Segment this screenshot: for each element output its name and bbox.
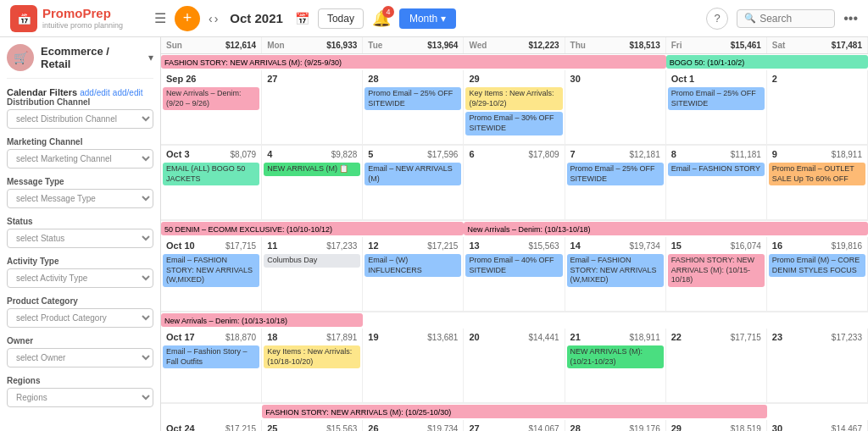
cal-cell[interactable]: 15$16,074FASHION STORY: NEW ARRIVALS (M)… <box>666 237 767 312</box>
cal-cell[interactable]: Oct 1Promo Email – 25% OFF SITEWIDE <box>666 70 767 145</box>
filters-link[interactable]: add/edit <box>80 88 110 97</box>
calendar-event[interactable]: New Arrivals – Denim: (9/20 – 9/26) <box>163 87 259 110</box>
calendar-event[interactable]: Columbus Day <box>264 254 360 268</box>
calendar-event[interactable]: Promo Email – 25% OFF SITEWIDE <box>567 163 664 185</box>
cal-cell[interactable]: 30 <box>565 70 666 145</box>
search-input[interactable] <box>760 13 827 25</box>
cal-cell[interactable]: 4$9,828NEW ARRIVALS (M) 📋 <box>262 146 363 220</box>
cal-cell[interactable]: 23$17,233 <box>767 329 868 403</box>
calendar-event[interactable]: FASHION STORY: NEW ARRIVALS (M): (10/15-… <box>668 254 765 287</box>
cell-date: 29 <box>469 74 479 84</box>
prev-month-button[interactable]: ‹ <box>209 12 213 25</box>
cell-header: 2 <box>769 72 865 86</box>
span-event-wrapper[interactable]: FASHION STORY: NEW ARRIVALS (M): (10/25-… <box>262 404 767 419</box>
cal-cell[interactable]: 9$18,911Promo Email – OUTLET SALE Up To … <box>767 146 868 220</box>
filter-select[interactable]: Regions <box>7 388 153 407</box>
cal-cell[interactable]: 14$19,734Email – FASHION STORY: NEW ARRI… <box>565 237 666 312</box>
cal-cell[interactable]: Oct 10$17,715Email – FASHION STORY: NEW … <box>161 237 262 312</box>
calendar-event[interactable]: Key Items : New Arrivals: (9/29-10/2) <box>465 87 562 110</box>
cal-cell[interactable]: 30$14,467 <box>767 420 868 431</box>
search-icon: 🔍 <box>744 13 756 24</box>
today-button[interactable]: Today <box>318 8 364 29</box>
month-view-button[interactable]: Month ▾ <box>399 8 456 29</box>
chevron-down-icon[interactable]: ▾ <box>148 52 153 64</box>
filter-select[interactable]: select Message Type <box>7 189 153 208</box>
calendar-event[interactable]: NEW ARRIVALS (M): (10/21-10/23) <box>567 345 664 368</box>
cal-cell[interactable]: 8$11,181Email – FASHION STORY <box>666 146 767 220</box>
calendar-event[interactable]: Promo Email – 40% OFF SITEWIDE <box>465 254 562 277</box>
cal-cell[interactable]: Oct 17$18,870Email – Fashion Story – Fal… <box>161 329 262 403</box>
more-options-button[interactable]: ••• <box>843 11 858 26</box>
cal-cell[interactable]: 22$17,715 <box>666 329 767 403</box>
cal-cell[interactable]: 7$12,181Promo Email – 25% OFF SITEWIDE <box>565 146 666 220</box>
calendar-event[interactable]: Promo Email – OUTLET SALE Up To 60% OFF <box>769 163 865 185</box>
span-event-wrapper[interactable]: 50 DENIM – ECOMM EXCLUSIVE: (10/10-10/12… <box>161 221 464 236</box>
cal-cell[interactable]: 29Key Items : New Arrivals: (9/29-10/2)P… <box>464 70 565 145</box>
cal-cell[interactable]: 12$17,215Email – (W) INFLUENCERS <box>363 237 464 312</box>
cal-cell[interactable]: 26$19,734 <box>363 420 464 431</box>
cal-cell[interactable]: 13$15,563Promo Email – 40% OFF SITEWIDE <box>464 237 565 312</box>
calendar-event[interactable]: Promo Email (M) – CORE DENIM STYLES FOCU… <box>769 254 865 277</box>
add-button[interactable]: + <box>175 6 200 31</box>
cal-cell[interactable]: Oct 24$17,215Promo Email – 25% <box>161 420 262 431</box>
calendar-event[interactable]: Email – FASHION STORY <box>668 163 765 176</box>
filters-add-edit[interactable]: add/edit <box>113 88 143 97</box>
cell-date: 27 <box>469 423 479 431</box>
filter-select[interactable]: select Activity Type <box>7 268 153 288</box>
calendar-event[interactable]: Promo Email – 30% OFF SITEWIDE <box>465 112 562 135</box>
calendar-icon[interactable]: 📅 <box>295 12 309 25</box>
filter-select[interactable]: select Owner <box>7 348 153 367</box>
calendar-event[interactable]: Key Items : New Arrivals: (10/18-10/20) <box>264 345 360 368</box>
calendar-event[interactable]: Email – (W) INFLUENCERS <box>364 254 461 277</box>
cal-cell[interactable]: 18$17,891Key Items : New Arrivals: (10/1… <box>262 329 363 403</box>
cal-cell[interactable]: 5$17,596Email – NEW ARRIVALS (M) <box>363 146 464 220</box>
span-event-wrapper[interactable]: FASHION STORY: NEW ARRIVALS (M): (9/25-9… <box>161 54 666 69</box>
cell-header: 15$16,074 <box>668 239 765 252</box>
notification-button[interactable]: 🔔4 <box>372 9 391 28</box>
next-month-button[interactable]: › <box>214 12 219 25</box>
cal-cell[interactable]: 27$14,067 <box>464 420 565 431</box>
cal-cell[interactable]: 28$19,176 <box>565 420 666 431</box>
cell-date: 9 <box>772 149 777 159</box>
span-event-wrapper[interactable]: New Arrivals – Denim: (10/13-10/18) <box>161 312 363 328</box>
cal-cell[interactable]: 21$18,911NEW ARRIVALS (M): (10/21-10/23) <box>565 329 666 403</box>
span-event-wrapper[interactable]: New Arrivals – Denim: (10/13-10/18) <box>464 221 868 236</box>
calendar-event[interactable]: Email – FASHION STORY: NEW ARRIVALS (W,M… <box>163 254 259 287</box>
cal-cell[interactable]: 19$13,681 <box>363 329 464 403</box>
cell-date: 19 <box>368 332 378 342</box>
calendar-event[interactable]: Promo Email – 25% OFF SITEWIDE <box>364 87 461 110</box>
filter-select[interactable]: select Distribution Channel <box>7 109 153 129</box>
span-events-row-2: 50 DENIM – ECOMM EXCLUSIVE: (10/10-10/12… <box>161 221 868 236</box>
filter-select[interactable]: select Marketing Channel <box>7 149 153 169</box>
cell-header: 30 <box>567 72 664 86</box>
calendar-event[interactable]: NEW ARRIVALS (M) 📋 <box>264 163 360 176</box>
cal-cell[interactable]: 28Promo Email – 25% OFF SITEWIDE <box>363 70 464 145</box>
cal-cell[interactable]: 29$18,519 <box>666 420 767 431</box>
calendar-week-2: 50 DENIM – ECOMM EXCLUSIVE: (10/10-10/12… <box>161 221 868 312</box>
span-event-wrapper[interactable]: BOGO 50: (10/1-10/2) <box>666 54 868 69</box>
calendar-event[interactable]: Email – NEW ARRIVALS (M) <box>364 163 461 185</box>
hamburger-button[interactable]: ☰ <box>154 10 166 26</box>
logo-subtitle: intuitive promo planning <box>42 21 123 30</box>
calendar-event[interactable]: EMAIL (ALL) BOGO 50 JACKETS <box>163 163 259 185</box>
day-name: Mon <box>267 41 285 50</box>
cell-date: 6 <box>469 149 474 159</box>
cal-cell[interactable]: 11$17,233Columbus Day <box>262 237 363 312</box>
calendar-event[interactable]: Email – Fashion Story – Fall Outfits <box>163 345 259 368</box>
cal-cell[interactable]: 6$17,809 <box>464 146 565 220</box>
filter-select[interactable]: select Status <box>7 229 153 248</box>
cal-cell[interactable]: 27 <box>262 70 363 145</box>
cal-cell[interactable]: Oct 3$8,079EMAIL (ALL) BOGO 50 JACKETS <box>161 146 262 220</box>
cal-cell[interactable]: 2 <box>767 70 868 145</box>
cal-cell[interactable]: 16$19,816Promo Email (M) – CORE DENIM ST… <box>767 237 868 312</box>
cal-cell[interactable]: 20$14,441 <box>464 329 565 403</box>
help-button[interactable]: ? <box>706 8 728 30</box>
calendar-event[interactable]: Promo Email – 25% OFF SITEWIDE <box>668 87 765 110</box>
filter-select[interactable]: select Product Category <box>7 308 153 328</box>
cal-cell[interactable]: Sep 26New Arrivals – Denim: (9/20 – 9/26… <box>161 70 262 145</box>
cell-header: Oct 17$18,870 <box>163 330 259 344</box>
span-events-row-3: New Arrivals – Denim: (10/13-10/18) <box>161 312 868 328</box>
calendar-event[interactable]: Email – FASHION STORY: NEW ARRIVALS (W,M… <box>567 254 664 287</box>
cell-header: 8$11,181 <box>668 147 765 161</box>
cal-cell[interactable]: 25$15,563 <box>262 420 363 431</box>
